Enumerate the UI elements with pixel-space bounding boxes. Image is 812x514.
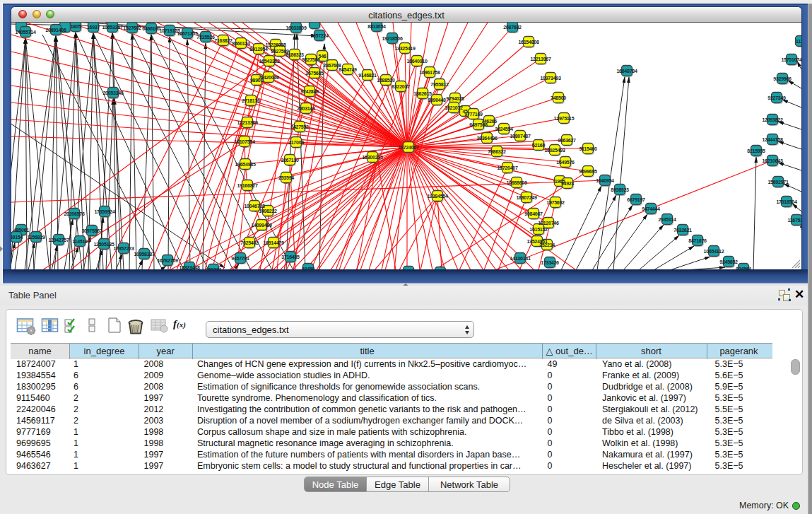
svg-text:8660124: 8660124 (232, 41, 250, 46)
svg-text:19166827: 19166827 (237, 183, 258, 188)
svg-text:417004: 417004 (288, 140, 304, 145)
svg-text:8186323: 8186323 (286, 52, 304, 57)
svg-text:1640954: 1640954 (596, 178, 614, 183)
svg-text:485061: 485061 (13, 228, 29, 233)
svg-text:1615152: 1615152 (529, 227, 548, 232)
svg-text:16543362: 16543362 (259, 59, 280, 64)
svg-text:8454749: 8454749 (339, 67, 357, 72)
svg-text:20364436: 20364436 (476, 136, 498, 141)
svg-text:109234: 109234 (206, 267, 221, 270)
svg-text:9115460: 9115460 (579, 146, 596, 151)
svg-text:12975115: 12975115 (554, 116, 575, 121)
svg-text:9242848: 9242848 (300, 89, 319, 94)
svg-text:14055714: 14055714 (15, 30, 36, 35)
svg-text:7357224: 7357224 (310, 33, 329, 38)
svg-text:12942757: 12942757 (48, 238, 69, 243)
svg-text:1167533: 1167533 (787, 218, 801, 223)
svg-text:16937: 16937 (87, 25, 100, 30)
svg-text:9794028: 9794028 (446, 96, 464, 101)
svg-text:14099489: 14099489 (251, 223, 272, 228)
svg-text:10807487: 10807487 (510, 134, 531, 139)
svg-text:12213369: 12213369 (237, 120, 258, 125)
svg-text:546: 546 (319, 54, 326, 59)
svg-text:17359924: 17359924 (94, 209, 115, 214)
svg-text:10046738: 10046738 (244, 204, 265, 209)
svg-text:9827508: 9827508 (302, 57, 320, 62)
svg-text:1362615: 1362615 (413, 91, 432, 96)
svg-text:15720407: 15720407 (497, 165, 518, 170)
svg-text:10973493: 10973493 (540, 76, 561, 81)
svg-text:16671355: 16671355 (177, 31, 198, 36)
svg-text:19384554: 19384554 (427, 194, 448, 199)
svg-text:924564: 924564 (736, 267, 751, 270)
svg-text:98901: 98901 (250, 78, 264, 83)
svg-text:12444158: 12444158 (762, 137, 783, 142)
svg-text:2687682: 2687682 (503, 25, 522, 30)
svg-text:12505135: 12505135 (93, 242, 114, 247)
svg-text:1975692: 1975692 (546, 200, 565, 205)
svg-text:1498222: 1498222 (259, 209, 277, 214)
svg-text:3675685: 3675685 (305, 71, 324, 76)
svg-text:10025493: 10025493 (544, 148, 565, 153)
svg-text:16782759: 16782759 (157, 258, 178, 263)
svg-text:18724007: 18724007 (398, 145, 419, 150)
svg-text:9146821: 9146821 (358, 73, 377, 78)
svg-text:18807249: 18807249 (516, 195, 537, 200)
svg-text:19218506: 19218506 (382, 36, 403, 41)
svg-text:16210643: 16210643 (762, 158, 783, 163)
svg-text:19654985: 19654985 (235, 162, 256, 167)
svg-text:1621072: 1621072 (445, 105, 463, 110)
svg-text:16648784: 16648784 (616, 69, 637, 74)
svg-text:16107554: 16107554 (234, 139, 255, 144)
svg-text:1805: 1805 (71, 24, 81, 29)
svg-text:15300235: 15300235 (362, 155, 383, 160)
svg-text:9463627: 9463627 (558, 138, 576, 143)
svg-text:1112: 1112 (796, 39, 801, 44)
svg-text:9084067: 9084067 (524, 211, 543, 216)
svg-text:3624554: 3624554 (495, 127, 513, 132)
svg-text:8990448: 8990448 (428, 98, 446, 103)
svg-text:9699695: 9699695 (579, 169, 597, 174)
svg-text:30975867: 30975867 (81, 228, 102, 233)
svg-text:2803144: 2803144 (297, 106, 315, 111)
svg-text:8215955: 8215955 (747, 148, 765, 153)
svg-text:9457791: 9457791 (231, 256, 249, 261)
svg-text:10958187: 10958187 (134, 252, 155, 257)
svg-text:7625402: 7625402 (240, 240, 259, 245)
svg-text:62160: 62160 (532, 143, 546, 148)
svg-text:16640910: 16640910 (406, 59, 428, 64)
svg-text:7163822: 7163822 (214, 38, 233, 43)
svg-text:20053346: 20053346 (102, 90, 124, 95)
svg-text:94923: 94923 (561, 181, 575, 186)
svg-text:1733426: 1733426 (541, 260, 559, 265)
svg-text:16961758: 16961758 (419, 70, 440, 75)
svg-text:10688609: 10688609 (506, 180, 527, 185)
svg-text:1649576: 1649576 (556, 160, 575, 165)
svg-text:8938923: 8938923 (611, 187, 629, 192)
svg-text:8912954: 8912954 (249, 47, 268, 52)
svg-text:8322037: 8322037 (392, 84, 410, 89)
svg-text:9245652: 9245652 (719, 259, 738, 264)
svg-text:8427552: 8427552 (290, 124, 309, 129)
svg-text:8813054: 8813054 (367, 24, 386, 29)
svg-text:253594: 253594 (278, 175, 294, 180)
svg-text:9329966: 9329966 (773, 76, 792, 81)
svg-text:14136141: 14136141 (510, 256, 531, 261)
svg-text:114519: 114519 (72, 239, 88, 244)
svg-text:7986322: 7986322 (488, 149, 506, 154)
svg-text:1588520: 1588520 (377, 78, 395, 83)
svg-text:92450: 92450 (302, 267, 315, 270)
svg-text:9227349: 9227349 (767, 95, 786, 100)
svg-text:1156829: 1156829 (27, 235, 45, 240)
svg-text:3716485: 3716485 (281, 255, 300, 259)
svg-text:20206576: 20206576 (64, 211, 85, 216)
svg-text:6679197: 6679197 (627, 197, 645, 202)
svg-text:15751074: 15751074 (781, 57, 801, 62)
svg-text:17016504: 17016504 (776, 199, 797, 204)
svg-text:9777169: 9777169 (464, 112, 483, 117)
svg-text:12323448: 12323448 (179, 265, 200, 270)
svg-text:8471676: 8471676 (688, 238, 707, 243)
svg-text:2718176: 2718176 (242, 98, 260, 103)
svg-text:39154: 39154 (11, 235, 23, 240)
svg-text:15692971: 15692971 (767, 180, 789, 185)
